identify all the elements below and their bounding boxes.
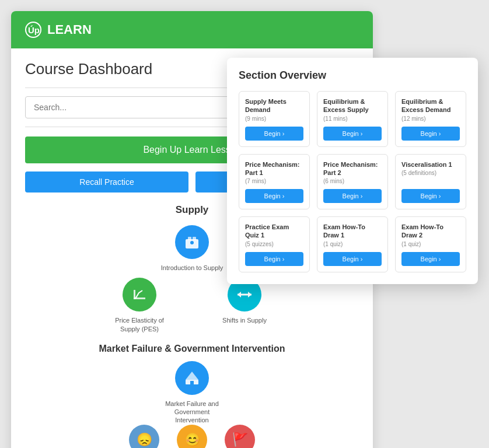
supply-item-intro[interactable]: Introduction to Supply [157, 225, 227, 272]
shifts-label: Shifts in Supply [222, 316, 267, 324]
lesson-duration-4: (6 mins) [323, 178, 382, 184]
lesson-card-2: Equilibrium & Excess Demand (12 mins) Be… [395, 91, 466, 147]
section-overview-card: Section Overview Supply Meets Demand (9 … [227, 58, 478, 284]
lesson-name-0: Supply Meets Demand [245, 97, 303, 114]
svg-rect-2 [188, 237, 191, 240]
flag-emoji: 🚩 [225, 425, 255, 448]
supply-item-pes[interactable]: Price Elasticity of Supply (PES) [104, 278, 174, 333]
lesson-duration-7: (1 quiz) [323, 241, 382, 247]
pes-label: Price Elasticity of Supply (PES) [104, 316, 174, 333]
lesson-name-5: Visceralisation 1 [401, 160, 460, 169]
lesson-card-4: Price Mechanism: Part 2 (6 mins) Begin › [317, 154, 388, 210]
lesson-name-2: Equilibrium & Excess Demand [401, 97, 460, 114]
section-overview-title: Section Overview [239, 69, 466, 82]
svg-text:Úp: Úp [28, 25, 40, 35]
intro-supply-label: Introduction to Supply [161, 264, 223, 272]
lesson-begin-btn-0[interactable]: Begin › [245, 127, 303, 141]
market-failure-icon [175, 361, 209, 395]
intro-supply-icon [175, 225, 209, 259]
logo-icon: Úp [25, 22, 41, 38]
header-bar: Úp LEARN [11, 11, 373, 48]
supply-top-row: Introduction to Supply [157, 225, 227, 272]
market-failure-title: Market Failure & Government Intervention [25, 344, 359, 354]
emoji-row: 😞 😊 🚩 [25, 425, 359, 448]
lesson-begin-btn-1[interactable]: Begin › [323, 127, 382, 141]
pes-icon [123, 278, 156, 312]
market-failure-icon-item: Market Failure and Government Interventi… [157, 361, 227, 425]
svg-marker-8 [248, 292, 252, 298]
lesson-duration-1: (11 mins) [323, 116, 382, 122]
svg-marker-11 [186, 372, 198, 380]
svg-marker-9 [237, 292, 241, 298]
lesson-card-1: Equilibrium & Excess Supply (11 mins) Be… [317, 91, 388, 147]
lesson-name-3: Price Mechanism: Part 1 [245, 160, 303, 177]
lesson-name-8: Exam How-To Draw 2 [401, 223, 460, 240]
lesson-name-4: Price Mechanism: Part 2 [323, 160, 382, 177]
lesson-card-0: Supply Meets Demand (9 mins) Begin › [239, 91, 310, 147]
svg-rect-12 [190, 381, 194, 384]
lesson-card-7: Exam How-To Draw 1 (1 quiz) Begin › [317, 216, 388, 272]
lesson-begin-btn-7[interactable]: Begin › [323, 252, 382, 266]
market-failure-item[interactable]: Market Failure and Government Interventi… [25, 361, 359, 425]
lesson-begin-btn-4[interactable]: Begin › [323, 189, 382, 203]
lesson-duration-8: (1 quiz) [401, 241, 460, 247]
lesson-duration-2: (12 mins) [401, 116, 460, 122]
supply-item-shifts[interactable]: Shifts in Supply [209, 278, 280, 333]
lesson-begin-btn-8[interactable]: Begin › [401, 252, 460, 266]
lesson-duration-3: (7 mins) [245, 178, 303, 184]
recall-practice-button[interactable]: Recall Practice [25, 172, 188, 192]
lesson-name-6: Practice Exam Quiz 1 [245, 223, 303, 240]
lesson-name-1: Equilibrium & Excess Supply [323, 97, 382, 114]
svg-rect-6 [134, 290, 135, 299]
lesson-begin-btn-2[interactable]: Begin › [401, 127, 460, 141]
lesson-card-3: Price Mechanism: Part 1 (7 mins) Begin › [239, 154, 310, 210]
lesson-card-6: Practice Exam Quiz 1 (5 quizzes) Begin › [239, 216, 310, 272]
sad-emoji: 😞 [129, 425, 159, 448]
lesson-duration-6: (5 quizzes) [245, 241, 303, 247]
logo: Úp LEARN [25, 22, 92, 38]
lesson-card-8: Exam How-To Draw 2 (1 quiz) Begin › [395, 216, 466, 272]
lesson-duration-5: (5 definitions) [401, 170, 460, 176]
logo-text: LEARN [47, 22, 92, 37]
lesson-begin-btn-6[interactable]: Begin › [245, 252, 303, 266]
happy-emoji: 😊 [177, 425, 207, 448]
svg-point-4 [190, 241, 194, 244]
lesson-begin-btn-5[interactable]: Begin › [401, 189, 460, 203]
lesson-name-7: Exam How-To Draw 1 [323, 223, 382, 240]
lesson-card-5: Visceralisation 1 (5 definitions) Begin … [395, 154, 466, 210]
lesson-begin-btn-3[interactable]: Begin › [245, 189, 303, 203]
svg-rect-3 [193, 237, 196, 240]
lessons-grid: Supply Meets Demand (9 mins) Begin › Equ… [239, 91, 466, 272]
supply-bottom-row: Price Elasticity of Supply (PES) Shifts … [104, 278, 280, 333]
market-failure-label: Market Failure and Government Interventi… [157, 400, 227, 425]
lesson-duration-0: (9 mins) [245, 116, 303, 122]
